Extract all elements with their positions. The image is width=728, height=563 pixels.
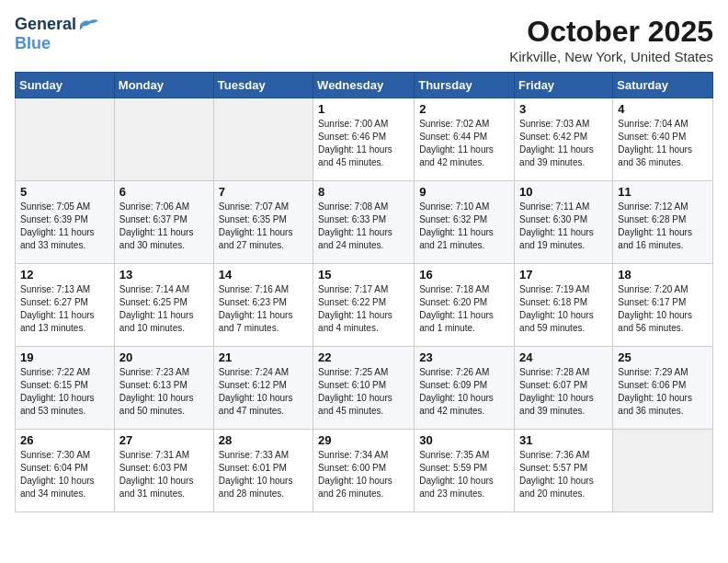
weekday-header-monday: Monday: [114, 73, 213, 98]
day-number: 23: [419, 350, 509, 364]
day-number: 7: [219, 185, 308, 199]
day-info: Sunrise: 7:18 AMSunset: 6:20 PMDaylight:…: [419, 283, 509, 335]
day-info: Sunrise: 7:34 AMSunset: 6:00 PMDaylight:…: [318, 449, 409, 500]
day-cell: [613, 430, 713, 512]
day-cell: 9 Sunrise: 7:10 AMSunset: 6:32 PMDayligh…: [415, 181, 515, 264]
day-number: 29: [318, 433, 409, 447]
day-number: 3: [519, 102, 608, 116]
day-info: Sunrise: 7:31 AMSunset: 6:03 PMDaylight:…: [119, 449, 209, 500]
day-info: Sunrise: 7:28 AMSunset: 6:07 PMDaylight:…: [519, 366, 608, 418]
day-info: Sunrise: 7:26 AMSunset: 6:09 PMDaylight:…: [419, 366, 509, 418]
week-row-1: 1 Sunrise: 7:00 AMSunset: 6:46 PMDayligh…: [16, 98, 713, 181]
day-cell: 1 Sunrise: 7:00 AMSunset: 6:46 PMDayligh…: [313, 98, 415, 181]
day-info: Sunrise: 7:12 AMSunset: 6:28 PMDaylight:…: [618, 201, 708, 252]
day-number: 28: [219, 433, 308, 447]
day-number: 4: [618, 102, 708, 116]
day-number: 21: [219, 350, 308, 364]
day-info: Sunrise: 7:04 AMSunset: 6:40 PMDaylight:…: [618, 118, 708, 169]
day-number: 18: [618, 268, 708, 282]
day-number: 27: [119, 433, 209, 447]
logo-bird-icon: [78, 17, 100, 32]
day-number: 22: [318, 350, 409, 364]
header: General Blue October 2025 Kirkville, New…: [15, 15, 713, 64]
day-number: 20: [119, 350, 209, 364]
title-area: October 2025 Kirkville, New York, United…: [509, 15, 713, 64]
day-cell: 4 Sunrise: 7:04 AMSunset: 6:40 PMDayligh…: [613, 98, 713, 181]
day-info: Sunrise: 7:03 AMSunset: 6:42 PMDaylight:…: [519, 118, 608, 169]
day-info: Sunrise: 7:06 AMSunset: 6:37 PMDaylight:…: [119, 201, 209, 252]
day-info: Sunrise: 7:23 AMSunset: 6:13 PMDaylight:…: [119, 366, 209, 418]
day-cell: 23 Sunrise: 7:26 AMSunset: 6:09 PMDaylig…: [415, 347, 515, 430]
week-row-3: 12 Sunrise: 7:13 AMSunset: 6:27 PMDaylig…: [16, 264, 713, 347]
day-info: Sunrise: 7:02 AMSunset: 6:44 PMDaylight:…: [419, 118, 509, 169]
day-cell: 10 Sunrise: 7:11 AMSunset: 6:30 PMDaylig…: [515, 181, 613, 264]
day-cell: 12 Sunrise: 7:13 AMSunset: 6:27 PMDaylig…: [16, 264, 115, 347]
day-number: 10: [519, 185, 608, 199]
logo-blue-text: Blue: [15, 34, 51, 53]
calendar: SundayMondayTuesdayWednesdayThursdayFrid…: [15, 72, 713, 512]
day-number: 13: [119, 268, 209, 282]
day-number: 2: [419, 102, 509, 116]
day-number: 5: [20, 185, 109, 199]
day-number: 6: [119, 185, 209, 199]
day-cell: 16 Sunrise: 7:18 AMSunset: 6:20 PMDaylig…: [415, 264, 515, 347]
day-cell: 18 Sunrise: 7:20 AMSunset: 6:17 PMDaylig…: [613, 264, 713, 347]
day-info: Sunrise: 7:20 AMSunset: 6:17 PMDaylight:…: [618, 283, 708, 335]
day-cell: 17 Sunrise: 7:19 AMSunset: 6:18 PMDaylig…: [515, 264, 613, 347]
day-cell: 28 Sunrise: 7:33 AMSunset: 6:01 PMDaylig…: [213, 430, 313, 512]
day-cell: 7 Sunrise: 7:07 AMSunset: 6:35 PMDayligh…: [213, 181, 313, 264]
logo-general-text: General: [15, 15, 76, 34]
week-row-2: 5 Sunrise: 7:05 AMSunset: 6:39 PMDayligh…: [16, 181, 713, 264]
day-cell: 20 Sunrise: 7:23 AMSunset: 6:13 PMDaylig…: [114, 347, 213, 430]
day-cell: 31 Sunrise: 7:36 AMSunset: 5:57 PMDaylig…: [515, 430, 613, 512]
day-info: Sunrise: 7:07 AMSunset: 6:35 PMDaylight:…: [219, 201, 308, 252]
day-info: Sunrise: 7:19 AMSunset: 6:18 PMDaylight:…: [519, 283, 608, 335]
day-cell: 13 Sunrise: 7:14 AMSunset: 6:25 PMDaylig…: [114, 264, 213, 347]
day-cell: 6 Sunrise: 7:06 AMSunset: 6:37 PMDayligh…: [114, 181, 213, 264]
day-cell: 2 Sunrise: 7:02 AMSunset: 6:44 PMDayligh…: [415, 98, 515, 181]
day-cell: [213, 98, 313, 181]
weekday-header-sunday: Sunday: [16, 73, 115, 98]
day-number: 1: [318, 102, 409, 116]
day-number: 31: [519, 433, 608, 447]
day-number: 17: [519, 268, 608, 282]
weekday-header-row: SundayMondayTuesdayWednesdayThursdayFrid…: [16, 73, 713, 98]
day-cell: 19 Sunrise: 7:22 AMSunset: 6:15 PMDaylig…: [16, 347, 115, 430]
day-info: Sunrise: 7:05 AMSunset: 6:39 PMDaylight:…: [20, 201, 109, 252]
logo: General Blue: [15, 15, 100, 53]
day-cell: 3 Sunrise: 7:03 AMSunset: 6:42 PMDayligh…: [515, 98, 613, 181]
weekday-header-saturday: Saturday: [613, 73, 713, 98]
day-cell: 14 Sunrise: 7:16 AMSunset: 6:23 PMDaylig…: [213, 264, 313, 347]
day-number: 9: [419, 185, 509, 199]
day-number: 8: [318, 185, 409, 199]
day-cell: 27 Sunrise: 7:31 AMSunset: 6:03 PMDaylig…: [114, 430, 213, 512]
day-cell: 24 Sunrise: 7:28 AMSunset: 6:07 PMDaylig…: [515, 347, 613, 430]
day-number: 15: [318, 268, 409, 282]
day-cell: 26 Sunrise: 7:30 AMSunset: 6:04 PMDaylig…: [16, 430, 115, 512]
day-cell: 15 Sunrise: 7:17 AMSunset: 6:22 PMDaylig…: [313, 264, 415, 347]
day-number: 16: [419, 268, 509, 282]
day-number: 11: [618, 185, 708, 199]
day-cell: 25 Sunrise: 7:29 AMSunset: 6:06 PMDaylig…: [613, 347, 713, 430]
day-info: Sunrise: 7:00 AMSunset: 6:46 PMDaylight:…: [318, 118, 409, 169]
location-title: Kirkville, New York, United States: [509, 49, 713, 64]
day-number: 14: [219, 268, 308, 282]
day-info: Sunrise: 7:24 AMSunset: 6:12 PMDaylight:…: [219, 366, 308, 418]
day-number: 25: [618, 350, 708, 364]
day-cell: 11 Sunrise: 7:12 AMSunset: 6:28 PMDaylig…: [613, 181, 713, 264]
weekday-header-friday: Friday: [515, 73, 613, 98]
day-number: 19: [20, 350, 109, 364]
week-row-4: 19 Sunrise: 7:22 AMSunset: 6:15 PMDaylig…: [16, 347, 713, 430]
day-cell: 8 Sunrise: 7:08 AMSunset: 6:33 PMDayligh…: [313, 181, 415, 264]
day-info: Sunrise: 7:14 AMSunset: 6:25 PMDaylight:…: [119, 283, 209, 335]
day-number: 24: [519, 350, 608, 364]
month-title: October 2025: [509, 15, 713, 49]
day-cell: 22 Sunrise: 7:25 AMSunset: 6:10 PMDaylig…: [313, 347, 415, 430]
day-info: Sunrise: 7:36 AMSunset: 5:57 PMDaylight:…: [519, 449, 608, 500]
day-cell: [16, 98, 115, 181]
weekday-header-tuesday: Tuesday: [213, 73, 313, 98]
day-info: Sunrise: 7:33 AMSunset: 6:01 PMDaylight:…: [219, 449, 308, 500]
day-info: Sunrise: 7:35 AMSunset: 5:59 PMDaylight:…: [419, 449, 509, 500]
day-info: Sunrise: 7:25 AMSunset: 6:10 PMDaylight:…: [318, 366, 409, 418]
week-row-5: 26 Sunrise: 7:30 AMSunset: 6:04 PMDaylig…: [16, 430, 713, 512]
